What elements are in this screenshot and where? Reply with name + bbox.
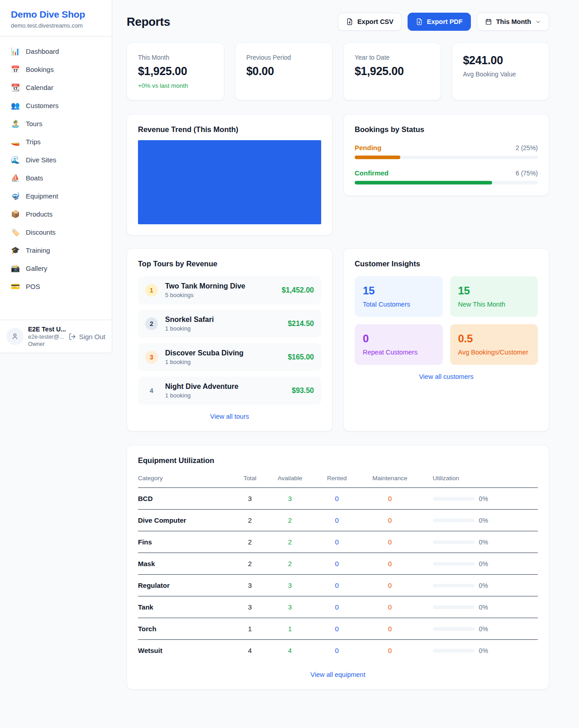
cell-rented: 0 xyxy=(316,618,358,640)
sidebar-item-discounts[interactable]: 🏷️Discounts xyxy=(5,224,106,241)
stat-delta: +0% vs last month xyxy=(138,82,213,89)
cell-available: 4 xyxy=(264,640,316,662)
cell-total: 3 xyxy=(236,488,264,510)
cell-total: 3 xyxy=(236,575,264,596)
stat-value: $241.00 xyxy=(463,54,538,67)
cell-maintenance: 0 xyxy=(358,596,422,618)
utilization-label: 0% xyxy=(479,625,488,633)
wave-icon: 🌊 xyxy=(11,156,20,164)
sidebar-item-dive-sites[interactable]: 🌊Dive Sites xyxy=(5,151,106,168)
sidebar-item-gallery[interactable]: 📸Gallery xyxy=(5,260,106,277)
tour-list-item[interactable]: 2 Snorkel Safari1 booking $214.50 xyxy=(138,310,321,338)
cell-total: 3 xyxy=(236,596,264,618)
user-section: E2E Test U... e2e-tester@... Owner Sign … xyxy=(0,320,112,353)
tag-icon: 🏷️ xyxy=(11,229,20,236)
logout-icon xyxy=(68,333,76,340)
stat-value: $0.00 xyxy=(247,65,322,78)
status-label: Confirmed xyxy=(355,169,389,177)
cell-category: Tank xyxy=(138,596,236,618)
charts-row: Revenue Trend (This Month) Bookings by S… xyxy=(127,114,549,236)
cell-total: 2 xyxy=(236,531,264,553)
user-name: E2E Test U... xyxy=(28,326,64,333)
sidebar-item-label: Calendar xyxy=(26,84,53,91)
cell-rented: 0 xyxy=(316,553,358,575)
top-tours-card: Top Tours by Revenue 1 Two Tank Morning … xyxy=(127,248,332,431)
cell-utilization: 0% xyxy=(422,575,538,596)
sign-out-button[interactable]: Sign Out xyxy=(68,333,105,340)
sidebar-item-training[interactable]: 🎓Training xyxy=(5,242,106,259)
table-row: Torch 1 1 0 0 0% xyxy=(138,618,538,640)
diving-mask-icon: 🤿 xyxy=(11,193,20,200)
insight-avg-bookings: 0.5 Avg Bookings/Customer xyxy=(450,324,538,365)
tour-bookings: 5 bookings xyxy=(165,292,275,298)
cell-utilization: 0% xyxy=(422,488,538,510)
rank-badge: 1 xyxy=(145,284,158,297)
user-email: e2e-tester@... xyxy=(28,334,64,340)
tour-name: Two Tank Morning Dive xyxy=(165,282,245,290)
sidebar-item-label: Gallery xyxy=(26,265,47,272)
status-row-pending: Pending 2 (25%) xyxy=(355,144,538,159)
cell-category: Torch xyxy=(138,618,236,640)
export-pdf-button[interactable]: Export PDF xyxy=(408,13,471,31)
status-value: 6 (75%) xyxy=(516,170,538,177)
view-all-equipment-link[interactable]: View all equipment xyxy=(310,671,365,678)
cell-category: Dive Computer xyxy=(138,510,236,531)
cell-rented: 0 xyxy=(316,640,358,662)
view-all-customers-link[interactable]: View all customers xyxy=(419,373,474,380)
sidebar-item-bookings[interactable]: 📅Bookings xyxy=(5,61,106,78)
sidebar-item-tours[interactable]: 🏝️Tours xyxy=(5,115,106,132)
sidebar-item-equipment[interactable]: 🤿Equipment xyxy=(5,188,106,204)
page-title: Reports xyxy=(127,15,170,29)
cell-available: 3 xyxy=(264,596,316,618)
sidebar-item-calendar[interactable]: 📆Calendar xyxy=(5,79,106,96)
stat-value: $1,925.00 xyxy=(355,65,430,78)
insight-label: Total Customers xyxy=(363,301,435,308)
view-all-tours-link[interactable]: View all tours xyxy=(210,413,249,420)
export-csv-button[interactable]: Export CSV xyxy=(338,13,402,31)
calendar-icon xyxy=(485,18,492,25)
insights-row: Top Tours by Revenue 1 Two Tank Morning … xyxy=(127,248,549,431)
column-header-available: Available xyxy=(264,471,316,488)
cell-total: 2 xyxy=(236,510,264,531)
column-header-maintenance: Maintenance xyxy=(358,471,422,488)
tour-list-item[interactable]: 3 Discover Scuba Diving1 booking $165.00 xyxy=(138,343,321,371)
sidebar-item-dashboard[interactable]: 📊Dashboard xyxy=(5,43,106,60)
stat-card-previous-period: Previous Period $0.00 xyxy=(235,43,333,100)
tour-revenue: $165.00 xyxy=(288,353,314,361)
tour-list-item[interactable]: 1 Two Tank Morning Dive5 bookings $1,452… xyxy=(138,276,321,304)
stat-value: $1,925.00 xyxy=(138,65,213,78)
stat-card-year-to-date: Year to Date $1,925.00 xyxy=(343,43,441,100)
equipment-utilization-title: Equipment Utilization xyxy=(138,456,538,465)
tour-name: Snorkel Safari xyxy=(165,316,214,323)
file-download-icon xyxy=(416,18,423,25)
column-header-category: Category xyxy=(138,471,236,488)
period-dropdown[interactable]: This Month xyxy=(477,13,549,31)
user-meta: E2E Test U... e2e-tester@... Owner xyxy=(28,326,64,347)
topbar-actions: Export CSV Export PDF This Month xyxy=(338,13,549,31)
sidebar-item-boats[interactable]: ⛵Boats xyxy=(5,170,106,186)
utilization-track xyxy=(433,605,475,609)
stat-label: Avg Booking Value xyxy=(463,71,538,78)
cell-rented: 0 xyxy=(316,531,358,553)
cell-utilization: 0% xyxy=(422,510,538,531)
sidebar-item-pos[interactable]: 💳POS xyxy=(5,278,106,295)
cell-category: Fins xyxy=(138,531,236,553)
person-icon xyxy=(11,332,19,340)
insight-label: New This Month xyxy=(458,301,530,308)
cell-available: 1 xyxy=(264,618,316,640)
table-row: Wetsuit 4 4 0 0 0% xyxy=(138,640,538,662)
tour-name: Night Dive Adventure xyxy=(165,383,238,390)
tear-calendar-icon: 📆 xyxy=(11,84,20,91)
shop-domain: demo.test.divestreams.com xyxy=(11,22,101,29)
sidebar-item-products[interactable]: 📦Products xyxy=(5,206,106,222)
sidebar-item-label: Trips xyxy=(26,138,41,146)
grad-cap-icon: 🎓 xyxy=(11,247,20,254)
sidebar-item-trips[interactable]: 🚤Trips xyxy=(5,133,106,150)
sidebar-item-label: Training xyxy=(26,246,50,254)
revenue-trend-chart xyxy=(138,140,321,224)
stat-cards: This Month $1,925.00 +0% vs last month P… xyxy=(127,43,549,100)
rank-badge: 4 xyxy=(145,384,158,397)
sidebar-item-customers[interactable]: 👥Customers xyxy=(5,97,106,114)
cell-maintenance: 0 xyxy=(358,531,422,553)
tour-list-item[interactable]: 4 Night Dive Adventure1 booking $93.50 xyxy=(138,377,321,405)
